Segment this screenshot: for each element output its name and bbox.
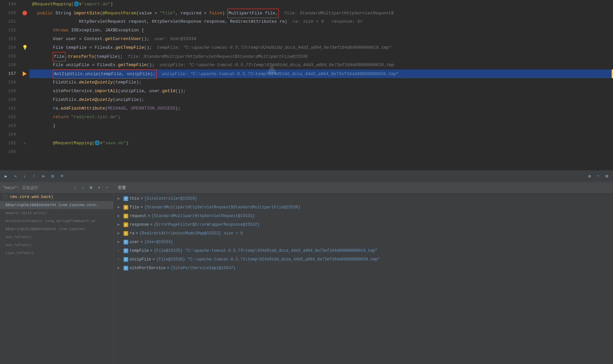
var-val-file: {StandardMultipartHttpServletRequest$Sta…: [144, 203, 300, 212]
var-item-tempfile[interactable]: — ≡ tempFile = {File@15535} "C:\apache-t…: [114, 246, 613, 255]
editor-wrapper: 149 150 151 152 153 154 155 156 157 158 …: [0, 0, 613, 364]
code-line-150: public String importSite(@RequestParam(v…: [29, 9, 613, 17]
var-name-ra: ra: [130, 229, 134, 238]
layout-icon[interactable]: ⊞: [604, 173, 610, 180]
var-expand-file[interactable]: ▶: [118, 203, 122, 212]
variables-panel: 变量 ▶ ≡ this = {SiteController@15529} ▶: [114, 182, 613, 364]
code-line-162: return "redirect:list.do";: [29, 113, 613, 122]
gutter-164: [20, 130, 29, 139]
editor-area: 149 150 151 152 153 154 155 156 157 158 …: [0, 0, 613, 170]
fold-icon-165[interactable]: ⊙: [24, 139, 26, 148]
thread-toolbar-up[interactable]: ↑: [72, 184, 78, 191]
step-out-icon[interactable]: ↑: [31, 173, 37, 180]
gutter-161: [20, 104, 29, 113]
var-name-file: file: [130, 203, 139, 212]
gutter-157[interactable]: [20, 69, 29, 78]
code-line-163: }: [29, 122, 613, 130]
gutter-165: ⊙: [20, 139, 29, 148]
code-container: 149 150 151 152 153 154 155 156 157 158 …: [0, 0, 613, 170]
var-val-tempfile: {File@15535} "C:\apache-tomcat-8.5.73\te…: [154, 246, 378, 255]
thread-toolbar-minus[interactable]: −: [104, 184, 111, 191]
thread-toolbar-filter[interactable]: ⊞: [88, 184, 94, 191]
step-into-icon[interactable]: ↓: [21, 173, 28, 180]
line-num-155: 155: [0, 52, 16, 61]
resume-debug-icon[interactable]: ▶: [3, 173, 9, 180]
var-expand-user[interactable]: ▶: [118, 238, 122, 246]
stack-item-4[interactable]: sun.reflect): [0, 233, 113, 241]
list-icon[interactable]: ≡: [59, 173, 65, 180]
gutter-154: 💡: [20, 43, 29, 52]
code-line-161: ra.addFlashAttribute(MESSAGE, OPERATION_…: [29, 104, 613, 113]
stack-item-1[interactable]: mework.cglib.proxy): [0, 209, 113, 217]
stack-item-5[interactable]: sun.reflect): [0, 241, 113, 249]
var-expand-siteportservice[interactable]: ▶: [118, 264, 122, 272]
var-item-response[interactable]: ▶ p response = {ErrorPageFilter$ErrorWra…: [114, 220, 613, 229]
gutter-152: [20, 26, 29, 35]
breakpoint-icon-150[interactable]: [22, 11, 27, 15]
run-to-cursor-icon[interactable]: ⊳: [40, 173, 47, 180]
variables-label: 变量: [118, 185, 126, 191]
line-num-153: 153: [0, 35, 16, 43]
code-line-156: File unzipFile = FilesEx.getTempFile(); …: [29, 61, 613, 69]
var-item-ra[interactable]: ▶ p ra = {RedirectAttributesModelMap@155…: [114, 229, 613, 238]
table-icon[interactable]: ⊟: [49, 173, 56, 180]
gutter-149: [20, 0, 29, 9]
code-line-166: [29, 148, 613, 156]
thread-toolbar-add[interactable]: +: [96, 184, 103, 191]
code-line-160: FileUtils.deleteQuietly(unzipFile);: [29, 96, 613, 104]
gutter-158: [20, 78, 29, 87]
thread-toolbar: "main": 正在运行 ↑ ↓ ⊞ + −: [0, 182, 113, 193]
panel-toolbar-left: ▶ ↷ ↓ ↑ ⊳ ⊟ ≡: [3, 173, 65, 180]
var-expand-request[interactable]: ▶: [118, 212, 122, 220]
line-num-157: 157: [0, 69, 16, 78]
line-num-152: 152: [0, 26, 16, 35]
var-item-this[interactable]: ▶ ≡ this = {SiteController@15529}: [114, 194, 613, 203]
code-line-155: file.transferTo(tempFile); file: Standar…: [29, 52, 613, 61]
var-item-request[interactable]: ▶ p request = {StandardMultipartHttpServ…: [114, 212, 613, 220]
var-item-file[interactable]: ▶ p file = {StandardMultipartHttpServlet…: [114, 203, 613, 212]
var-expand-ra[interactable]: ▶: [118, 229, 122, 238]
step-over-icon[interactable]: ↷: [12, 173, 19, 180]
code-line-164: [29, 130, 613, 139]
line-num-164: 164: [0, 130, 16, 139]
line-num-159: 159: [0, 87, 16, 96]
code-line-158: FileUtils.deleteQuietly(tempFile);: [29, 78, 613, 87]
var-item-user[interactable]: ▶ ≡ user = {User@15534}: [114, 238, 613, 246]
gutter-160: [20, 96, 29, 104]
line-num-160: 160: [0, 96, 16, 104]
gutter-153: [20, 35, 29, 43]
var-item-unzipfile[interactable]: — ≡ unzipFile = {File@15536} "C:\apache-…: [114, 255, 613, 264]
code-line-154: File tempFile = FilesEx.getTempFile(); t…: [29, 43, 613, 52]
line-num-149: 149: [0, 0, 16, 9]
line-num-162: 162: [0, 113, 16, 122]
bottom-panel: ▶ ↷ ↓ ↑ ⊳ ⊟ ≡ ⚙ − ⊞ "main": 正在运行 ↑: [0, 170, 613, 364]
var-expand-this[interactable]: ▶: [118, 194, 122, 203]
panel-toolbar-right: ⚙ − ⊞: [586, 173, 610, 180]
var-val-request: {StandardMultipartHttpServletRequest@155…: [152, 212, 255, 220]
gutter: 💡 ⊙: [20, 0, 29, 170]
var-icon-tempfile: ≡: [124, 248, 128, 253]
bulb-icon-154[interactable]: 💡: [22, 43, 28, 52]
debug-arrow-157: [23, 71, 27, 76]
line-num-165: 165: [0, 139, 16, 148]
stack-item-3[interactable]: $$SpringCGLIB$$529d9154 (com.jspxcms.: [0, 225, 113, 233]
thread-toolbar-down[interactable]: ↓: [80, 184, 86, 191]
code-line-151: HttpServletRequest request, HttpServletR…: [29, 17, 613, 26]
code-line-165: @RequestMapping(🌐∨"save.do"): [29, 139, 613, 148]
code-line-149: @RequestMapping(🌐∨"import.do"): [29, 0, 613, 9]
var-item-siteportservice[interactable]: ▶ ∞ sitePortService = {SitePortServiceIm…: [114, 264, 613, 272]
line-num-163: 163: [0, 122, 16, 130]
stack-item-0[interactable]: $$SpringCGLIB$$26e9a744 (com.jspxcms.cor…: [0, 201, 113, 209]
minimize-icon[interactable]: −: [595, 173, 602, 180]
variables-toolbar: 变量: [114, 182, 613, 193]
stack-item-2[interactable]: dvisedInterceptor (org.springframework.a…: [0, 217, 113, 225]
thread-running-label: "main": 正在运行: [3, 185, 38, 191]
thread-item-main[interactable]: ⬛ cms.core.web.back): [0, 193, 113, 201]
var-expand-response[interactable]: ▶: [118, 220, 122, 229]
line-num-156: 156: [0, 61, 16, 69]
var-name-response: response: [130, 220, 149, 229]
gutter-150[interactable]: [20, 9, 29, 17]
line-num-150: 150: [0, 9, 16, 17]
settings-icon[interactable]: ⚙: [586, 173, 593, 180]
stack-item-6[interactable]: (sun.reflect): [0, 249, 113, 257]
